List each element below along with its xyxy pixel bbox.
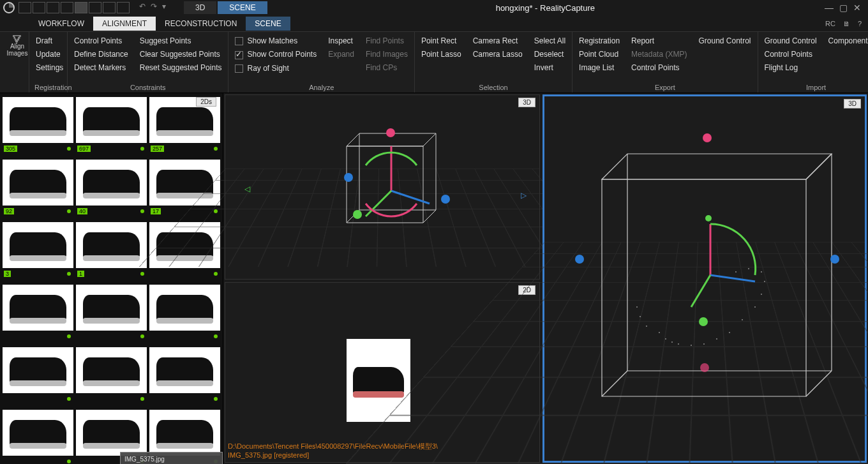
thumb-item[interactable]	[3, 410, 73, 456]
title-tabs: 3D SCENE	[184, 1, 269, 14]
cmd-update[interactable]: Update	[34, 49, 64, 59]
menu-scene[interactable]: SCENE	[246, 17, 290, 31]
thumb-item[interactable]	[149, 285, 220, 331]
thumb-item[interactable]: 92	[3, 160, 73, 206]
align-images-button[interactable]: ⛛ Align Images	[5, 34, 29, 57]
thumb-item[interactable]	[3, 347, 73, 393]
thumb-item[interactable]	[76, 410, 147, 456]
thumb-tooltip: IMG_5375.jpg 3024x4032 features: 1872/33…	[120, 452, 223, 464]
thumb-item[interactable]	[76, 285, 147, 331]
chk-ray-of-sight[interactable]: Ray of Sight	[234, 63, 318, 73]
cmd-draft[interactable]: Draft	[34, 36, 64, 46]
cmd-exp-pointcloud[interactable]: Point Cloud	[578, 49, 621, 59]
cmd-exp-controlpoints[interactable]: Control Points	[630, 63, 688, 73]
cmd-point-rect[interactable]: Point Rect	[420, 36, 463, 46]
cmd-imp-flightlog[interactable]: Flight Log	[763, 63, 818, 73]
gizmo-large-top[interactable]	[703, 133, 712, 142]
layout-btn-5[interactable]	[75, 2, 87, 13]
cmd-find-points[interactable]: Find Points	[364, 36, 409, 46]
cmd-exp-metadata[interactable]: Metadata (XMP)	[630, 49, 688, 59]
dropdown-icon[interactable]: ▾	[160, 2, 168, 13]
cmd-deselect[interactable]: Deselect	[533, 49, 567, 59]
minimize-icon[interactable]: —	[822, 3, 836, 13]
layout-btn-4[interactable]	[61, 2, 73, 13]
cmd-point-lasso[interactable]: Point Lasso	[420, 49, 463, 59]
thumb-item[interactable]: 1	[76, 222, 147, 268]
cmd-define-distance[interactable]: Define Distance	[73, 49, 130, 59]
cmd-imp-groundcontrol[interactable]: Ground Control	[763, 36, 818, 46]
layout-btn-2[interactable]	[33, 2, 45, 13]
gizmo-xneg-dot[interactable]	[344, 173, 353, 182]
cmd-select-all[interactable]: Select All	[533, 36, 567, 46]
thumb-item[interactable]	[149, 410, 220, 456]
gizmo-y-dot[interactable]	[353, 210, 362, 219]
cmd-exp-imagelist[interactable]: Image List	[578, 63, 621, 73]
cmd-clear-suggested[interactable]: Clear Suggested Points	[138, 49, 223, 59]
gizmo-large-front[interactable]	[699, 317, 708, 326]
gizmo-large-right[interactable]	[830, 255, 839, 264]
maximize-icon[interactable]: ▢	[836, 3, 850, 13]
thumb-item[interactable]: 697	[76, 97, 147, 143]
cmd-expand[interactable]: Expand	[327, 49, 355, 59]
thumb-item[interactable]	[149, 347, 220, 393]
page-icon[interactable]: 🗎	[843, 20, 850, 27]
title-tab-3d[interactable]: 3D	[184, 1, 216, 14]
undo-icon[interactable]: ↶	[137, 2, 148, 13]
cmd-control-points[interactable]: Control Points	[73, 36, 130, 46]
menu-alignment[interactable]: ALIGNMENT	[93, 17, 156, 31]
view-3d-small[interactable]: 3D	[225, 94, 540, 280]
chk-show-control-points[interactable]: Show Control Points	[234, 49, 318, 59]
cmd-imp-controlpoints[interactable]: Control Points	[763, 49, 818, 59]
cmd-find-images[interactable]: Find Images	[364, 49, 409, 59]
svg-point-36	[640, 316, 641, 317]
close-icon[interactable]: ✕	[850, 3, 864, 13]
view-3d-large[interactable]: 3D	[542, 94, 867, 463]
gizmo-large-left[interactable]	[575, 255, 584, 264]
gizmo-large-yaxis[interactable]	[705, 215, 712, 221]
cmd-settings[interactable]: Settings	[34, 63, 64, 73]
svg-line-39	[710, 275, 755, 281]
thumb-item[interactable]	[3, 285, 73, 331]
svg-point-34	[735, 271, 737, 273]
ribbon: ⛛ Align Images Draft Update Settings Reg…	[0, 32, 868, 93]
cmd-exp-report[interactable]: Report	[630, 36, 688, 46]
layout-btn-8[interactable]	[117, 2, 130, 13]
chk-show-matches[interactable]: Show Matches	[234, 36, 318, 46]
gizmo-large-bottom[interactable]	[700, 363, 709, 372]
cmd-suggest-points[interactable]: Suggest Points	[138, 36, 223, 46]
svg-point-21	[665, 338, 666, 340]
cmd-find-cps[interactable]: Find CPs	[364, 63, 409, 73]
gizmo-x-dot[interactable]	[441, 195, 450, 204]
cmd-inspect[interactable]: Inspect	[327, 36, 355, 46]
cmd-detect-markers[interactable]: Detect Markers	[73, 63, 130, 73]
cmd-imp-component[interactable]: Component	[827, 36, 868, 46]
svg-point-29	[754, 306, 756, 308]
svg-line-16	[806, 371, 832, 396]
cmd-camera-rect[interactable]: Camera Rect	[472, 36, 524, 46]
help-icon[interactable]: ?	[858, 20, 862, 27]
menu-reconstruction[interactable]: RECONSTRUCTION	[156, 17, 246, 31]
layout-btn-3[interactable]	[47, 2, 59, 13]
thumb-item[interactable]: 40	[76, 160, 147, 206]
gizmo-z-dot[interactable]	[386, 128, 395, 137]
cmd-invert[interactable]: Invert	[533, 63, 567, 73]
thumb-item[interactable]: 305	[3, 97, 73, 143]
view-tag-3d-small: 3D	[518, 98, 535, 107]
cmd-exp-groundcontrol[interactable]: Ground Control	[697, 36, 752, 46]
layout-btn-1[interactable]	[19, 2, 31, 13]
thumbnails-panel[interactable]: 2Ds 30569725792401731 IMG_5375.jpg 3024x…	[0, 93, 223, 464]
thumb-item[interactable]: 3	[3, 222, 73, 268]
cmd-exp-registration[interactable]: Registration	[578, 36, 621, 46]
title-tab-scene[interactable]: SCENE	[218, 1, 267, 14]
window-title: hongxing* - RealityCapture	[269, 3, 822, 13]
svg-line-40	[691, 275, 710, 307]
menu-workflow[interactable]: WORKFLOW	[29, 17, 93, 31]
cmd-reset-suggested[interactable]: Reset Suggested Points	[138, 63, 223, 73]
align-images-icon: ⛛	[5, 36, 29, 43]
thumb-item[interactable]	[76, 347, 147, 393]
redo-icon[interactable]: ↷	[148, 2, 160, 13]
layout-btn-7[interactable]	[103, 2, 116, 13]
layout-btn-6[interactable]	[89, 2, 101, 13]
cmd-camera-lasso[interactable]: Camera Lasso	[472, 49, 524, 59]
svg-point-22	[671, 341, 673, 343]
